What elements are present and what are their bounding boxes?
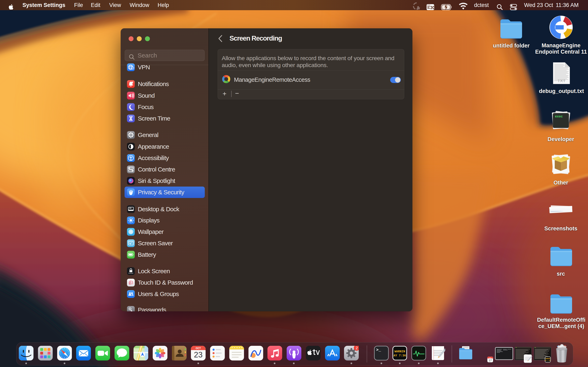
svg-text:WARNIN: WARNIN xyxy=(545,358,550,359)
svg-text:exec: exec xyxy=(555,115,563,118)
svg-text:AY 7:36: AY 7:36 xyxy=(394,354,406,357)
svg-text:17: 17 xyxy=(489,359,492,362)
svg-text:AY 7:36: AY 7:36 xyxy=(545,360,550,361)
svg-text:>_: >_ xyxy=(376,348,381,352)
svg-text:WARNIN: WARNIN xyxy=(394,350,405,353)
svg-text:OCT: OCT xyxy=(196,347,201,350)
svg-text:23: 23 xyxy=(194,350,203,359)
svg-text:2: 2 xyxy=(356,346,358,350)
svg-text:TXT: TXT xyxy=(557,78,566,83)
svg-text:JUL: JUL xyxy=(489,357,492,359)
